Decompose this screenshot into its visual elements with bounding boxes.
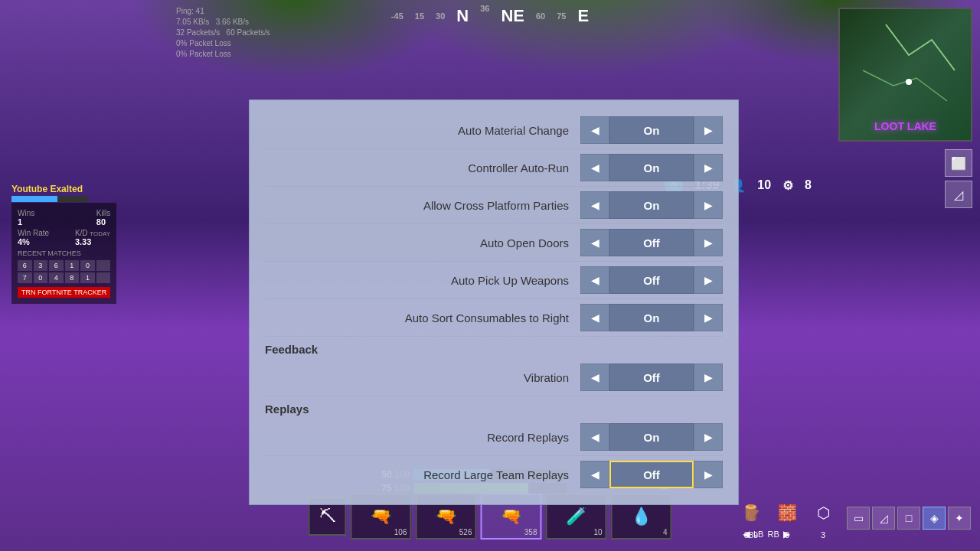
feedback-section-header: Feedback	[265, 337, 723, 359]
weapon-icon-1: ⛏	[319, 507, 336, 527]
build-ramp-icon[interactable]: ◿	[872, 507, 895, 530]
setting-cross-platform: Allow Cross Platform Parties ◀ On ▶	[265, 187, 723, 224]
build-wall-icon[interactable]: ▭	[847, 507, 870, 530]
weapon-count-4: 358	[524, 528, 537, 536]
auto-pickup-label: Auto Pick Up Weapons	[265, 274, 580, 287]
auto-material-change-value: On	[609, 116, 694, 144]
build-shape-row1: ▭ ◿ □ ◈ ✦	[847, 507, 971, 530]
weapon-icon-3: 🔫	[436, 507, 456, 527]
lb-label: LB	[753, 530, 763, 539]
auto-sort-control: ◀ On ▶	[580, 304, 723, 331]
rb-label: RB	[767, 530, 779, 539]
auto-sort-left[interactable]: ◀	[580, 304, 609, 331]
auto-open-doors-value: Off	[609, 229, 694, 256]
weapon-count-6: 4	[663, 528, 668, 536]
setting-record-replays: Record Replays ◀ On ▶	[265, 419, 723, 456]
setting-vibration: Vibration ◀ Off ▶	[265, 359, 723, 396]
auto-pickup-control: ◀ Off ▶	[580, 266, 723, 294]
metal-count: 3	[821, 530, 825, 540]
record-replays-label: Record Replays	[265, 431, 580, 444]
setting-auto-sort: Auto Sort Consumables to Right ◀ On ▶	[265, 299, 723, 337]
settings-panel: Auto Material Change ◀ On ▶ Controller A…	[249, 99, 739, 505]
build-shape-icons: ▭ ◿ □ ◈ ✦	[847, 507, 971, 530]
record-large-team-label: Record Large Team Replays	[265, 468, 580, 481]
nav-left-arrow: ◀	[743, 529, 750, 540]
auto-pickup-value: Off	[609, 266, 694, 294]
build-floor-icon[interactable]: □	[897, 507, 920, 530]
wood-icon: 🪵	[735, 497, 767, 529]
setting-record-large-team: Record Large Team Replays ◀ Off ▶	[265, 456, 723, 493]
weapon-icon-5: 🧪	[566, 507, 586, 527]
record-replays-right[interactable]: ▶	[694, 423, 723, 451]
controller-auto-run-label: Controller Auto-Run	[265, 161, 580, 174]
auto-material-change-left[interactable]: ◀	[580, 116, 609, 144]
auto-material-change-control: ◀ On ▶	[580, 116, 723, 144]
build-trap-icon[interactable]: ✦	[948, 507, 971, 530]
replays-section-header: Replays	[265, 396, 723, 419]
weapon-count-2: 106	[394, 528, 407, 536]
cross-platform-left[interactable]: ◀	[580, 191, 609, 219]
auto-material-change-right[interactable]: ▶	[694, 116, 723, 144]
controller-auto-run-left[interactable]: ◀	[580, 154, 609, 181]
auto-sort-right[interactable]: ▶	[694, 304, 723, 331]
auto-open-doors-control: ◀ Off ▶	[580, 229, 723, 256]
auto-open-doors-label: Auto Open Doors	[265, 236, 580, 249]
cross-platform-control: ◀ On ▶	[580, 191, 723, 219]
vibration-left[interactable]: ◀	[580, 364, 609, 391]
setting-auto-pickup: Auto Pick Up Weapons ◀ Off ▶	[265, 262, 723, 299]
weapon-icon-4: 🔫	[501, 507, 521, 527]
weapon-icon-2: 🔫	[371, 507, 391, 527]
vibration-control: ◀ Off ▶	[580, 364, 723, 391]
auto-pickup-right[interactable]: ▶	[694, 266, 723, 294]
controller-auto-run-right[interactable]: ▶	[694, 154, 723, 181]
weapon-icon-6: 💧	[631, 507, 652, 527]
vibration-label: Vibration	[265, 371, 580, 384]
cross-platform-value: On	[609, 191, 694, 219]
auto-open-doors-right[interactable]: ▶	[694, 229, 723, 256]
record-large-team-left[interactable]: ◀	[580, 461, 609, 488]
stone-icon: 🧱	[771, 497, 803, 529]
record-large-team-control: ◀ Off ▶	[580, 461, 723, 488]
weapon-count-5: 10	[593, 528, 602, 536]
record-replays-left[interactable]: ◀	[580, 423, 609, 451]
auto-sort-label: Auto Sort Consumables to Right	[265, 311, 580, 324]
auto-sort-value: On	[609, 304, 694, 331]
record-replays-value: On	[609, 423, 694, 451]
record-large-team-right[interactable]: ▶	[694, 461, 723, 488]
material-metal: ⬡ 3	[807, 497, 839, 540]
nav-right-arrow: ▶	[783, 529, 790, 540]
setting-auto-open-doors: Auto Open Doors ◀ Off ▶	[265, 224, 723, 262]
auto-open-doors-left[interactable]: ◀	[580, 229, 609, 256]
cross-platform-right[interactable]: ▶	[694, 191, 723, 219]
weapon-count-3: 526	[459, 528, 472, 536]
vibration-value: Off	[609, 364, 694, 391]
setting-controller-auto-run: Controller Auto-Run ◀ On ▶	[265, 149, 723, 187]
lb-rb-nav: ◀ LB RB ▶	[743, 529, 790, 540]
record-large-team-value: Off	[609, 461, 694, 488]
vibration-right[interactable]: ▶	[694, 364, 723, 391]
cross-platform-label: Allow Cross Platform Parties	[265, 199, 580, 212]
build-selected-icon[interactable]: ◈	[923, 507, 946, 530]
record-replays-control: ◀ On ▶	[580, 423, 723, 451]
metal-icon: ⬡	[807, 497, 839, 529]
auto-material-change-label: Auto Material Change	[265, 124, 580, 137]
controller-auto-run-value: On	[609, 154, 694, 181]
controller-auto-run-control: ◀ On ▶	[580, 154, 723, 181]
setting-auto-material-change: Auto Material Change ◀ On ▶	[265, 112, 723, 149]
auto-pickup-left[interactable]: ◀	[580, 266, 609, 294]
